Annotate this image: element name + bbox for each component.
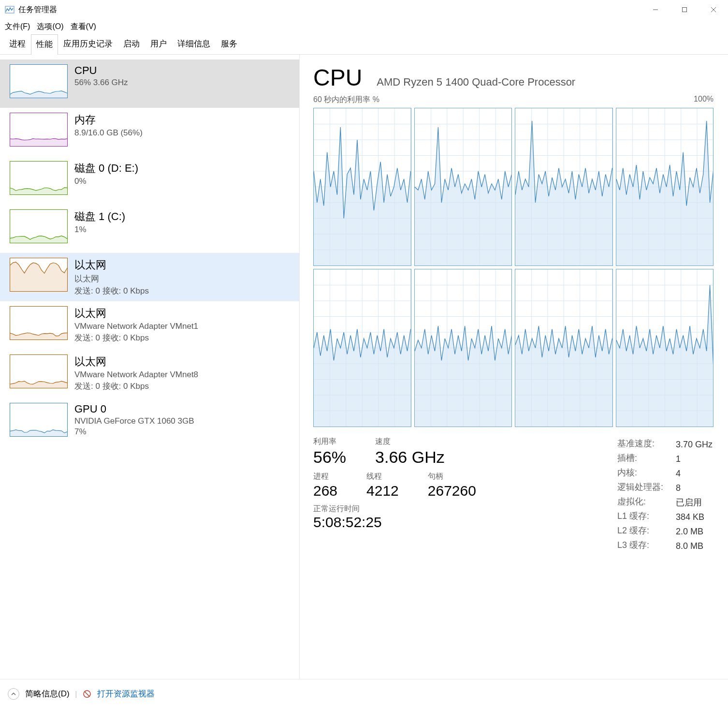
maximize-button[interactable] (670, 0, 699, 19)
proc-label: 进程 (313, 472, 337, 482)
sidebar-thumb (10, 209, 68, 243)
cpu-core-chart (414, 269, 512, 427)
sidebar-item-title: 以太网 (74, 306, 198, 321)
titlebar: 任务管理器 (0, 0, 728, 19)
tab-services[interactable]: 服务 (216, 34, 243, 54)
sidebar-item-title: 磁盘 0 (D: E:) (74, 161, 138, 176)
main-pane: CPU AMD Ryzen 5 1400 Quad-Core Processor… (300, 55, 728, 679)
tab-processes[interactable]: 进程 (4, 34, 31, 54)
tab-startup[interactable]: 启动 (118, 34, 145, 54)
menu-file[interactable]: 文件(F) (5, 22, 30, 32)
sidebar-item-sub: VMware Network Adapter VMnet1 (74, 322, 198, 331)
util-label: 利用率 (313, 437, 346, 447)
cpu-core-chart (515, 108, 613, 266)
threads-label: 线程 (366, 472, 399, 482)
minimize-button[interactable] (641, 0, 670, 19)
sidebar-item-sub2: 发送: 0 接收: 0 Kbps (74, 332, 198, 343)
chart-axis-right: 100% (694, 95, 713, 105)
sidebar-item-title: 内存 (74, 113, 143, 127)
sidebar-item[interactable]: 磁盘 1 (C:) 1% (0, 205, 299, 253)
sidebar-item-title: 以太网 (74, 258, 149, 272)
sidebar-item-title: 以太网 (74, 354, 198, 369)
sidebar-item[interactable]: 内存 8.9/16.0 GB (56%) (0, 108, 299, 156)
tab-details[interactable]: 详细信息 (172, 34, 216, 54)
sidebar-item[interactable]: 以太网 VMware Network Adapter VMnet8 发送: 0 … (0, 350, 299, 398)
sidebar-item-sub2: 7% (74, 427, 194, 437)
sidebar-item[interactable]: GPU 0 NVIDIA GeForce GTX 1060 3GB 7% (0, 398, 299, 446)
speed-value: 3.66 GHz (375, 448, 445, 467)
page-title: CPU (313, 64, 362, 91)
brief-info-button[interactable]: 简略信息(D) (25, 688, 70, 699)
cpu-core-chart (616, 108, 714, 266)
speed-label: 速度 (375, 437, 445, 447)
svg-line-150 (85, 692, 89, 696)
cpu-core-chart (313, 108, 411, 266)
app-icon (5, 5, 15, 15)
sidebar-item[interactable]: CPU 56% 3.66 GHz (0, 59, 299, 108)
cpu-core-chart (515, 269, 613, 427)
handles-value: 267260 (428, 483, 476, 499)
sidebar-thumb (10, 64, 68, 98)
cpu-core-chart (414, 108, 512, 266)
util-value: 56% (313, 448, 346, 467)
sidebar-item[interactable]: 以太网 VMware Network Adapter VMnet1 发送: 0 … (0, 301, 299, 350)
cpu-core-grid (313, 108, 713, 427)
sidebar-item-sub2: 发送: 0 接收: 0 Kbps (74, 285, 149, 296)
handles-label: 句柄 (428, 472, 476, 482)
sidebar-item-sub: 以太网 (74, 273, 149, 284)
footer: 简略信息(D) | 打开资源监视器 (0, 679, 728, 708)
tabs: 进程 性能 应用历史记录 启动 用户 详细信息 服务 (0, 34, 728, 55)
menubar: 文件(F) 选项(O) 查看(V) (0, 19, 728, 34)
sidebar-item-title: CPU (74, 64, 128, 77)
sidebar-item-sub: 1% (74, 225, 125, 235)
collapse-toggle[interactable] (8, 688, 19, 700)
proc-value: 268 (313, 483, 337, 499)
cpu-core-chart (313, 269, 411, 427)
tab-performance[interactable]: 性能 (31, 34, 58, 55)
sidebar-item-sub: 8.9/16.0 GB (56%) (74, 128, 143, 138)
sidebar-item-sub2: 发送: 0 接收: 0 Kbps (74, 381, 198, 392)
sidebar-thumb (10, 258, 68, 292)
sidebar-item-sub: NVIDIA GeForce GTX 1060 3GB (74, 416, 194, 426)
sidebar-item[interactable]: 磁盘 0 (D: E:) 0% (0, 156, 299, 205)
sidebar-thumb (10, 161, 68, 195)
spec-table: 基准速度:3.70 GHz 插槽:1 内核:4 逻辑处理器:8 虚拟化:已启用 … (616, 437, 713, 554)
sidebar-thumb (10, 113, 68, 147)
threads-value: 4212 (366, 483, 399, 499)
resource-monitor-icon (83, 690, 91, 698)
open-resource-monitor-link[interactable]: 打开资源监视器 (97, 688, 155, 699)
sidebar-item-sub: 56% 3.66 GHz (74, 78, 128, 88)
sidebar-thumb (10, 306, 68, 340)
sidebar-thumb (10, 354, 68, 388)
sidebar: CPU 56% 3.66 GHz 内存 8.9/16.0 GB (56%) 磁盘… (0, 55, 300, 679)
sidebar-item-sub: 0% (74, 177, 138, 186)
tab-users[interactable]: 用户 (145, 34, 172, 54)
window-title: 任务管理器 (18, 5, 57, 15)
cpu-core-chart (616, 269, 714, 427)
sidebar-item-title: GPU 0 (74, 403, 194, 415)
menu-options[interactable]: 选项(O) (37, 22, 63, 32)
sidebar-item-sub: VMware Network Adapter VMnet8 (74, 370, 198, 380)
sidebar-item[interactable]: 以太网 以太网 发送: 0 接收: 0 Kbps (0, 253, 299, 301)
uptime-label: 正常运行时间 (313, 504, 592, 514)
tab-app-history[interactable]: 应用历史记录 (58, 34, 118, 54)
menu-view[interactable]: 查看(V) (71, 22, 96, 32)
close-button[interactable] (699, 0, 728, 19)
sidebar-thumb (10, 403, 68, 437)
uptime-value: 5:08:52:25 (313, 514, 592, 531)
svg-rect-2 (683, 8, 687, 12)
cpu-model: AMD Ryzen 5 1400 Quad-Core Processor (377, 76, 575, 88)
sidebar-item-title: 磁盘 1 (C:) (74, 209, 125, 224)
chart-axis-left: 60 秒内的利用率 % (313, 95, 379, 105)
